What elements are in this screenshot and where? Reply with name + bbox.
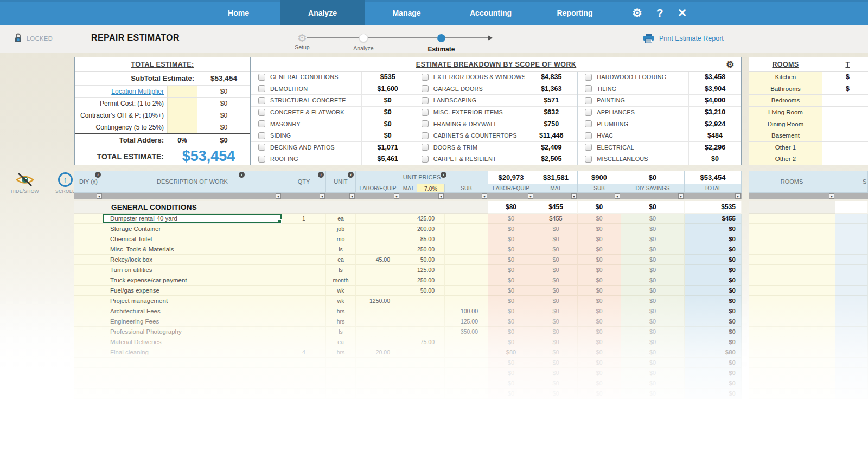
mat-tax-rate-input[interactable]: 7.0% xyxy=(417,184,445,193)
description-cell[interactable]: Engineering Fees xyxy=(103,316,282,327)
category-checkbox[interactable] xyxy=(422,144,429,151)
labor-price-cell[interactable]: 45.00 xyxy=(356,255,400,265)
room-name[interactable]: Dining Room xyxy=(749,118,822,130)
rooms-cell[interactable] xyxy=(749,358,835,368)
step-setup[interactable]: ⚙ Setup xyxy=(297,33,307,43)
sub-price-cell[interactable] xyxy=(445,244,488,255)
unit-cell[interactable] xyxy=(326,358,356,368)
unit-cell[interactable]: hrs xyxy=(326,316,356,327)
mat-price-cell[interactable] xyxy=(400,306,445,316)
qty-cell[interactable] xyxy=(282,306,326,316)
diy-cell[interactable] xyxy=(74,286,103,296)
qty-cell[interactable] xyxy=(282,275,326,286)
labor-price-cell[interactable] xyxy=(356,316,400,327)
unit-cell[interactable]: ls xyxy=(326,327,356,337)
labor-price-cell[interactable] xyxy=(356,327,400,337)
unit-cell[interactable] xyxy=(326,368,356,378)
description-cell[interactable] xyxy=(103,368,282,378)
labor-price-cell[interactable] xyxy=(356,337,400,347)
diy-cell[interactable] xyxy=(74,265,103,275)
description-cell[interactable]: Dumpster rental-40 yard xyxy=(103,214,282,224)
category-checkbox[interactable] xyxy=(258,156,265,163)
sub-price-cell[interactable] xyxy=(445,224,488,234)
qty-cell[interactable] xyxy=(282,296,326,306)
mat-price-cell[interactable]: 125.00 xyxy=(400,265,445,275)
sub-price-cell[interactable] xyxy=(445,378,488,389)
description-cell[interactable]: Material Deliveries xyxy=(103,337,282,347)
mat-price-cell[interactable] xyxy=(400,327,445,337)
filter-dropdown-button[interactable]: ▾ xyxy=(571,193,577,199)
col-header-diy[interactable]: DIY (x) i xyxy=(74,171,103,193)
sub-price-cell[interactable] xyxy=(445,389,488,399)
unit-cell[interactable] xyxy=(326,389,356,399)
qty-cell[interactable] xyxy=(282,337,326,347)
unit-cell[interactable] xyxy=(326,378,356,389)
rooms-cell[interactable] xyxy=(749,316,835,327)
mat-price-cell[interactable] xyxy=(400,389,445,399)
description-cell[interactable]: Final cleaning xyxy=(103,347,282,358)
description-cell[interactable]: Misc. Tools & Materials xyxy=(103,244,282,255)
sub-price-cell[interactable] xyxy=(445,347,488,358)
category-checkbox[interactable] xyxy=(258,144,265,151)
category-checkbox[interactable] xyxy=(258,120,265,127)
labor-price-cell[interactable] xyxy=(356,275,400,286)
diy-cell[interactable] xyxy=(74,214,103,224)
qty-cell[interactable] xyxy=(282,286,326,296)
info-icon[interactable]: i xyxy=(318,172,324,178)
col-header-unit[interactable]: UNIT i xyxy=(326,171,356,193)
category-checkbox[interactable] xyxy=(585,97,592,104)
labor-price-cell[interactable] xyxy=(356,214,400,224)
diy-cell[interactable] xyxy=(74,358,103,368)
adder-input[interactable] xyxy=(167,98,197,109)
unit-cell[interactable]: month xyxy=(326,275,356,286)
diy-cell[interactable] xyxy=(74,327,103,337)
unit-cell[interactable]: ea xyxy=(326,214,356,224)
description-cell[interactable]: Rekey/lock box xyxy=(103,255,282,265)
qty-cell[interactable]: 1 xyxy=(282,214,326,224)
labor-price-cell[interactable] xyxy=(356,224,400,234)
adder-input[interactable] xyxy=(167,121,197,133)
rooms-cell[interactable] xyxy=(749,214,835,224)
mat-price-cell[interactable]: 50.00 xyxy=(400,255,445,265)
room-name[interactable]: Bathrooms xyxy=(749,83,822,95)
category-checkbox[interactable] xyxy=(258,85,265,92)
adder-input[interactable] xyxy=(167,86,197,97)
col-header-rooms[interactable]: ROOMS xyxy=(749,171,835,193)
rooms-cell[interactable] xyxy=(749,275,835,286)
qty-cell[interactable] xyxy=(282,244,326,255)
nav-tab-home[interactable]: Home xyxy=(196,0,280,25)
diy-cell[interactable] xyxy=(74,337,103,347)
sub-price-cell[interactable] xyxy=(445,255,488,265)
labor-price-cell[interactable] xyxy=(356,368,400,378)
labor-price-cell[interactable] xyxy=(356,265,400,275)
unit-cell[interactable]: ls xyxy=(326,244,356,255)
unit-cell[interactable]: wk xyxy=(326,296,356,306)
step-estimate[interactable]: Estimate xyxy=(437,34,445,42)
description-cell[interactable]: Project management xyxy=(103,296,282,306)
category-checkbox[interactable] xyxy=(422,156,429,163)
labor-price-cell[interactable] xyxy=(356,234,400,244)
mat-price-cell[interactable] xyxy=(400,378,445,389)
category-checkbox[interactable] xyxy=(585,144,592,151)
mat-price-cell[interactable] xyxy=(400,347,445,358)
unit-cell[interactable]: hrs xyxy=(326,347,356,358)
filter-dropdown-button[interactable]: ▾ xyxy=(438,193,444,199)
close-icon[interactable]: ✕ xyxy=(678,7,687,18)
nav-tab-analyze[interactable]: Analyze xyxy=(280,0,365,25)
labor-price-cell[interactable] xyxy=(356,306,400,316)
col-header-description[interactable]: DESCRIPTION OF WORK i xyxy=(103,171,282,193)
sub-price-cell[interactable] xyxy=(445,265,488,275)
mat-price-cell[interactable]: 425.00 xyxy=(400,214,445,224)
unit-cell[interactable]: ea xyxy=(326,337,356,347)
diy-cell[interactable] xyxy=(74,389,103,399)
diy-cell[interactable] xyxy=(74,244,103,255)
unit-cell[interactable]: wk xyxy=(326,286,356,296)
rooms-cell[interactable] xyxy=(749,327,835,337)
col-header-qty[interactable]: QTY i xyxy=(282,171,326,193)
category-checkbox[interactable] xyxy=(585,132,592,139)
category-checkbox[interactable] xyxy=(422,74,429,81)
description-cell[interactable]: Turn on utilities xyxy=(103,265,282,275)
filter-dropdown-button[interactable]: ▾ xyxy=(394,193,399,199)
qty-cell[interactable] xyxy=(282,327,326,337)
unit-cell[interactable]: hrs xyxy=(326,306,356,316)
